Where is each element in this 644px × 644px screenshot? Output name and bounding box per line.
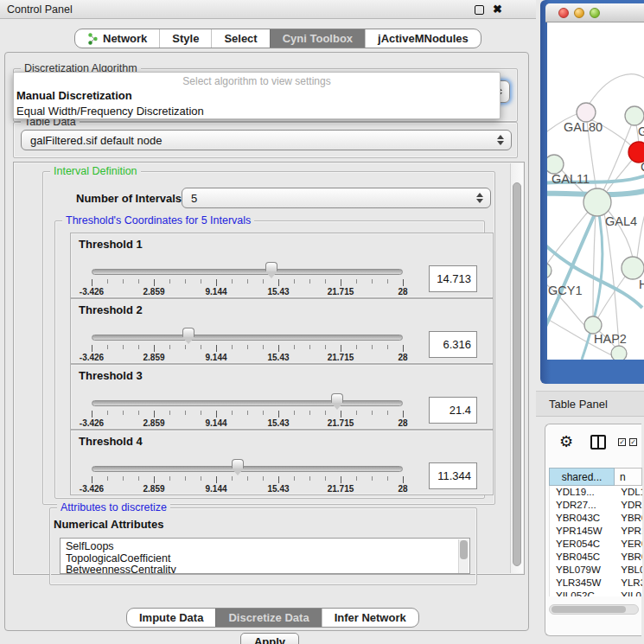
- slider-track[interactable]: [92, 269, 403, 275]
- slider-tick-labels: -3.4262.8599.14415.4321.71528: [92, 418, 403, 429]
- network-node[interactable]: [547, 263, 552, 278]
- scrollbar-thumb[interactable]: [513, 182, 521, 566]
- list-item[interactable]: BetweennessCentrality: [61, 564, 469, 574]
- network-node[interactable]: [577, 103, 596, 122]
- slider-thumb[interactable]: [331, 393, 343, 403]
- popup-item-equal-width[interactable]: Equal Width/Frequency Discretization: [14, 103, 500, 118]
- tab-network[interactable]: Network: [75, 29, 159, 48]
- combo-arrows-icon: [496, 135, 504, 145]
- interval-definition-title: Interval Definition: [50, 165, 141, 177]
- scrollbar-thumb[interactable]: [552, 606, 626, 613]
- table-row[interactable]: YIL052CYIL0: [550, 590, 642, 596]
- threshold-2-value-field[interactable]: 6.316: [429, 331, 477, 358]
- tab-jactivemnodules[interactable]: jActiveMNodules: [365, 29, 481, 48]
- tab-infer-network[interactable]: Infer Network: [322, 609, 418, 627]
- threshold-1-value-field[interactable]: 14.713: [429, 265, 477, 292]
- popup-item-manual-discretization[interactable]: Manual Discretization: [14, 87, 500, 103]
- table-row[interactable]: YBL079WYBL0: [550, 564, 642, 577]
- threshold-3-panel: Threshold 3 -3.4262.8599.14415.4321.7152…: [70, 364, 494, 430]
- network-node[interactable]: [622, 257, 644, 279]
- thresholds-group: Threshold's Coordinates for 5 Intervals …: [54, 220, 485, 499]
- threshold-1-slider[interactable]: -3.4262.8599.14415.4321.71528: [92, 260, 403, 296]
- slider-tick-labels: -3.4262.8599.14415.4321.71528: [92, 484, 403, 494]
- network-canvas[interactable]: GAL80 G C GAL11 GAL4 GCY1 H HAP2: [547, 22, 644, 360]
- numerical-attributes-list[interactable]: SelfLoops TopologicalCoefficient Between…: [60, 538, 470, 574]
- control-panel-titlebar: Control Panel: [0, 0, 536, 19]
- network-node[interactable]: [583, 188, 611, 216]
- table-toolbar: ⚙ ✓ ✓: [545, 424, 641, 462]
- number-of-intervals-label: Number of Intervals: [76, 192, 182, 205]
- control-panel-title: Control Panel: [7, 3, 73, 16]
- table-row[interactable]: YDL19...YDL1: [550, 486, 642, 499]
- slider-track[interactable]: [92, 466, 403, 472]
- table-data-combobox[interactable]: galFiltered.sif default node: [21, 130, 512, 150]
- node-label: HAP2: [594, 332, 627, 346]
- network-node[interactable]: [611, 346, 627, 360]
- slider-track[interactable]: [92, 335, 403, 341]
- close-traffic-light-icon[interactable]: [558, 8, 569, 18]
- slider-ticks: [92, 279, 403, 286]
- threshold-2-label: Threshold 2: [79, 303, 143, 316]
- table-data-value: galFiltered.sif default node: [30, 134, 162, 147]
- table-panel-title: Table Panel: [549, 398, 608, 411]
- node-label: GAL11: [552, 172, 590, 186]
- tab-discretize-data[interactable]: Discretize Data: [215, 609, 321, 627]
- table-panel-titlebar: Table Panel: [536, 391, 644, 417]
- control-panel-tabbar: Network Style Select Cyni Toolbox jActiv…: [74, 29, 481, 48]
- checkbox-icon[interactable]: ✓: [618, 438, 626, 446]
- slider-track[interactable]: [92, 400, 403, 406]
- slider-thumb[interactable]: [232, 459, 244, 469]
- table-header-row: shared... n: [549, 468, 642, 486]
- tab-cyni-toolbox[interactable]: Cyni Toolbox: [270, 29, 365, 48]
- node-label: C: [641, 160, 644, 174]
- table-row[interactable]: YBR043CYBR0: [550, 512, 642, 525]
- threshold-3-slider[interactable]: -3.4262.8599.14415.4321.71528: [92, 392, 403, 428]
- network-node[interactable]: [547, 155, 564, 174]
- close-icon[interactable]: ✖: [493, 3, 502, 16]
- node-label: G: [638, 124, 644, 138]
- threshold-2-panel: Threshold 2 -3.4262.8599.14415.4321.7152…: [70, 298, 494, 364]
- tab-impute-data[interactable]: Impute Data: [127, 609, 215, 627]
- table-row[interactable]: YBR045CYBR0: [550, 551, 642, 564]
- number-of-intervals-combobox[interactable]: 5: [182, 188, 491, 208]
- table-horizontal-scrollbar[interactable]: [549, 604, 639, 615]
- column-header-name[interactable]: n: [615, 468, 642, 486]
- threshold-4-value-field[interactable]: 11.344: [429, 462, 477, 489]
- node-label: GAL4: [605, 214, 637, 228]
- settings-vertical-scrollbar[interactable]: [510, 163, 523, 573]
- threshold-4-panel: Threshold 4 -3.4262.8599.14415.4321.7152…: [70, 430, 494, 495]
- slider-thumb[interactable]: [265, 262, 277, 271]
- threshold-2-slider[interactable]: -3.4262.8599.14415.4321.71528: [92, 326, 403, 362]
- network-node[interactable]: [584, 316, 602, 334]
- node-label: H: [639, 277, 644, 291]
- apply-button[interactable]: Apply: [240, 633, 299, 644]
- network-window-titlebar[interactable]: [545, 3, 644, 22]
- minimize-traffic-light-icon[interactable]: [574, 8, 584, 18]
- threshold-1-label: Threshold 1: [79, 238, 143, 251]
- float-window-icon[interactable]: [475, 5, 484, 15]
- tab-select[interactable]: Select: [211, 29, 269, 48]
- cyni-toolbox-panel: Discretization Algorithm Select algorith…: [4, 52, 529, 631]
- node-label: GAL80: [564, 120, 603, 134]
- slider-thumb[interactable]: [182, 328, 194, 337]
- list-scrollbar[interactable]: [458, 539, 469, 574]
- gear-icon[interactable]: ⚙: [559, 434, 573, 450]
- network-icon: [87, 33, 99, 45]
- cyni-mode-tabbar: Impute Data Discretize Data Infer Networ…: [126, 608, 419, 628]
- table-row[interactable]: YDR27...YDR2: [550, 499, 642, 512]
- threshold-3-value-field[interactable]: 21.4: [429, 397, 477, 424]
- table-row[interactable]: YPR145WYPR1: [550, 525, 642, 538]
- column-header-shared-name[interactable]: shared...: [549, 468, 615, 486]
- network-node[interactable]: [625, 106, 644, 125]
- number-of-intervals-value: 5: [191, 192, 197, 205]
- table-row[interactable]: YER054CYER0: [550, 538, 642, 551]
- zoom-traffic-light-icon[interactable]: [590, 8, 600, 18]
- list-item[interactable]: SelfLoops: [61, 539, 469, 553]
- split-columns-icon[interactable]: [590, 435, 606, 450]
- list-item[interactable]: TopologicalCoefficient: [61, 553, 469, 565]
- slider-ticks: [92, 411, 403, 418]
- checkbox-icon[interactable]: ✓: [629, 438, 637, 446]
- table-row[interactable]: YLR345WYLR3: [550, 577, 642, 590]
- threshold-4-slider[interactable]: -3.4262.8599.14415.4321.71528: [92, 457, 403, 494]
- tab-style[interactable]: Style: [159, 29, 211, 48]
